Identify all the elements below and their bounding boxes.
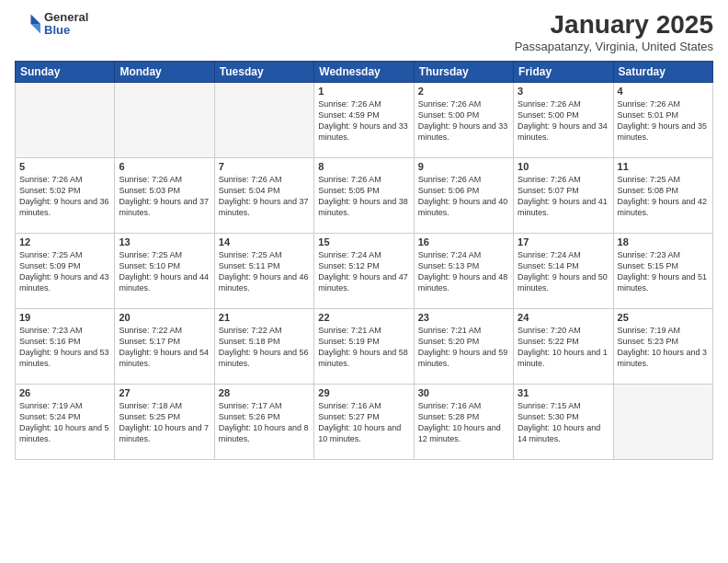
day-info: Sunrise: 7:16 AM Sunset: 5:28 PM Dayligh… — [418, 400, 509, 445]
day-info: Sunrise: 7:25 AM Sunset: 5:10 PM Dayligh… — [119, 249, 210, 294]
day-number: 30 — [418, 387, 509, 398]
day-number: 9 — [418, 161, 509, 172]
day-number: 31 — [518, 387, 609, 398]
logo-general: General — [44, 11, 88, 24]
day-info: Sunrise: 7:22 AM Sunset: 5:17 PM Dayligh… — [119, 325, 210, 370]
calendar-cell: 19Sunrise: 7:23 AM Sunset: 5:16 PM Dayli… — [16, 308, 115, 384]
subtitle: Passapatanzy, Virginia, United States — [515, 40, 713, 53]
day-info: Sunrise: 7:26 AM Sunset: 5:05 PM Dayligh… — [318, 174, 409, 219]
calendar-cell: 10Sunrise: 7:26 AM Sunset: 5:07 PM Dayli… — [514, 157, 613, 233]
calendar-cell: 18Sunrise: 7:23 AM Sunset: 5:15 PM Dayli… — [613, 233, 712, 308]
day-info: Sunrise: 7:16 AM Sunset: 5:27 PM Dayligh… — [318, 400, 409, 445]
day-info: Sunrise: 7:23 AM Sunset: 5:15 PM Dayligh… — [618, 249, 709, 294]
calendar-week-4: 26Sunrise: 7:19 AM Sunset: 5:24 PM Dayli… — [16, 384, 713, 459]
calendar-week-2: 12Sunrise: 7:25 AM Sunset: 5:09 PM Dayli… — [16, 233, 713, 308]
calendar-table: SundayMondayTuesdayWednesdayThursdayFrid… — [15, 61, 713, 460]
day-number: 19 — [19, 312, 110, 323]
col-header-sunday: Sunday — [16, 61, 115, 82]
day-info: Sunrise: 7:26 AM Sunset: 5:06 PM Dayligh… — [418, 174, 509, 219]
day-number: 17 — [518, 236, 609, 247]
day-number: 22 — [318, 312, 409, 323]
calendar-cell: 12Sunrise: 7:25 AM Sunset: 5:09 PM Dayli… — [16, 233, 115, 308]
day-info: Sunrise: 7:21 AM Sunset: 5:19 PM Dayligh… — [318, 325, 409, 370]
calendar-cell: 28Sunrise: 7:17 AM Sunset: 5:26 PM Dayli… — [214, 384, 313, 459]
title-block: January 2025 Passapatanzy, Virginia, Uni… — [515, 11, 713, 53]
calendar-cell — [613, 384, 712, 459]
month-title: January 2025 — [515, 11, 713, 40]
day-number: 3 — [518, 86, 609, 97]
calendar-cell: 22Sunrise: 7:21 AM Sunset: 5:19 PM Dayli… — [314, 308, 414, 384]
calendar-cell: 11Sunrise: 7:25 AM Sunset: 5:08 PM Dayli… — [613, 157, 712, 233]
day-info: Sunrise: 7:15 AM Sunset: 5:30 PM Dayligh… — [518, 400, 609, 445]
calendar-cell: 2Sunrise: 7:26 AM Sunset: 5:00 PM Daylig… — [414, 82, 513, 157]
day-info: Sunrise: 7:23 AM Sunset: 5:16 PM Dayligh… — [19, 325, 110, 370]
col-header-wednesday: Wednesday — [314, 61, 414, 82]
calendar-cell: 29Sunrise: 7:16 AM Sunset: 5:27 PM Dayli… — [314, 384, 414, 459]
day-info: Sunrise: 7:22 AM Sunset: 5:18 PM Dayligh… — [219, 325, 310, 370]
calendar-cell — [115, 82, 214, 157]
day-number: 6 — [119, 161, 210, 172]
day-number: 25 — [618, 312, 709, 323]
day-info: Sunrise: 7:24 AM Sunset: 5:13 PM Dayligh… — [418, 249, 509, 294]
calendar-cell: 15Sunrise: 7:24 AM Sunset: 5:12 PM Dayli… — [314, 233, 414, 308]
day-info: Sunrise: 7:26 AM Sunset: 5:00 PM Dayligh… — [418, 98, 509, 144]
day-info: Sunrise: 7:26 AM Sunset: 5:07 PM Dayligh… — [518, 174, 609, 219]
day-number: 5 — [19, 161, 110, 172]
calendar-header-row: SundayMondayTuesdayWednesdayThursdayFrid… — [16, 61, 713, 82]
calendar-week-1: 5Sunrise: 7:26 AM Sunset: 5:02 PM Daylig… — [16, 157, 713, 233]
calendar-week-0: 1Sunrise: 7:26 AM Sunset: 4:59 PM Daylig… — [16, 82, 713, 157]
header: General Blue January 2025 Passapatanzy, … — [15, 11, 713, 53]
day-info: Sunrise: 7:26 AM Sunset: 5:00 PM Dayligh… — [518, 98, 609, 144]
calendar-cell: 1Sunrise: 7:26 AM Sunset: 4:59 PM Daylig… — [314, 82, 414, 157]
col-header-tuesday: Tuesday — [214, 61, 313, 82]
calendar-cell: 13Sunrise: 7:25 AM Sunset: 5:10 PM Dayli… — [115, 233, 214, 308]
day-info: Sunrise: 7:26 AM Sunset: 4:59 PM Dayligh… — [318, 98, 409, 144]
day-number: 28 — [219, 387, 310, 398]
calendar-cell: 27Sunrise: 7:18 AM Sunset: 5:25 PM Dayli… — [115, 384, 214, 459]
calendar-cell: 14Sunrise: 7:25 AM Sunset: 5:11 PM Dayli… — [214, 233, 313, 308]
day-number: 20 — [119, 312, 210, 323]
col-header-saturday: Saturday — [613, 61, 712, 82]
logo: General Blue — [15, 11, 88, 38]
logo-text: General Blue — [44, 11, 88, 38]
calendar-week-3: 19Sunrise: 7:23 AM Sunset: 5:16 PM Dayli… — [16, 308, 713, 384]
calendar-cell: 8Sunrise: 7:26 AM Sunset: 5:05 PM Daylig… — [314, 157, 414, 233]
day-info: Sunrise: 7:20 AM Sunset: 5:22 PM Dayligh… — [518, 325, 609, 370]
day-info: Sunrise: 7:18 AM Sunset: 5:25 PM Dayligh… — [119, 400, 210, 445]
page: General Blue January 2025 Passapatanzy, … — [0, 0, 728, 563]
day-number: 27 — [119, 387, 210, 398]
day-info: Sunrise: 7:19 AM Sunset: 5:23 PM Dayligh… — [618, 325, 709, 370]
calendar-cell: 31Sunrise: 7:15 AM Sunset: 5:30 PM Dayli… — [514, 384, 613, 459]
day-info: Sunrise: 7:24 AM Sunset: 5:12 PM Dayligh… — [318, 249, 409, 294]
svg-marker-0 — [31, 15, 41, 25]
day-number: 11 — [618, 161, 709, 172]
col-header-thursday: Thursday — [414, 61, 513, 82]
calendar-cell: 26Sunrise: 7:19 AM Sunset: 5:24 PM Dayli… — [16, 384, 115, 459]
day-info: Sunrise: 7:21 AM Sunset: 5:20 PM Dayligh… — [418, 325, 509, 370]
calendar-cell — [214, 82, 313, 157]
day-info: Sunrise: 7:25 AM Sunset: 5:09 PM Dayligh… — [19, 249, 110, 294]
day-number: 15 — [318, 236, 409, 247]
day-info: Sunrise: 7:26 AM Sunset: 5:01 PM Dayligh… — [618, 98, 709, 144]
calendar-cell: 24Sunrise: 7:20 AM Sunset: 5:22 PM Dayli… — [514, 308, 613, 384]
day-number: 1 — [318, 86, 409, 97]
svg-marker-1 — [31, 24, 41, 34]
day-number: 7 — [219, 161, 310, 172]
logo-blue: Blue — [44, 24, 88, 37]
calendar-cell: 21Sunrise: 7:22 AM Sunset: 5:18 PM Dayli… — [214, 308, 313, 384]
day-number: 26 — [19, 387, 110, 398]
calendar-cell: 3Sunrise: 7:26 AM Sunset: 5:00 PM Daylig… — [514, 82, 613, 157]
col-header-monday: Monday — [115, 61, 214, 82]
calendar-cell: 25Sunrise: 7:19 AM Sunset: 5:23 PM Dayli… — [613, 308, 712, 384]
day-number: 29 — [318, 387, 409, 398]
day-info: Sunrise: 7:17 AM Sunset: 5:26 PM Dayligh… — [219, 400, 310, 445]
calendar-cell: 30Sunrise: 7:16 AM Sunset: 5:28 PM Dayli… — [414, 384, 513, 459]
day-number: 16 — [418, 236, 509, 247]
calendar-cell: 4Sunrise: 7:26 AM Sunset: 5:01 PM Daylig… — [613, 82, 712, 157]
calendar-cell: 9Sunrise: 7:26 AM Sunset: 5:06 PM Daylig… — [414, 157, 513, 233]
day-info: Sunrise: 7:26 AM Sunset: 5:04 PM Dayligh… — [219, 174, 310, 219]
day-info: Sunrise: 7:19 AM Sunset: 5:24 PM Dayligh… — [19, 400, 110, 445]
day-number: 14 — [219, 236, 310, 247]
day-number: 10 — [518, 161, 609, 172]
day-info: Sunrise: 7:25 AM Sunset: 5:11 PM Dayligh… — [219, 249, 310, 294]
